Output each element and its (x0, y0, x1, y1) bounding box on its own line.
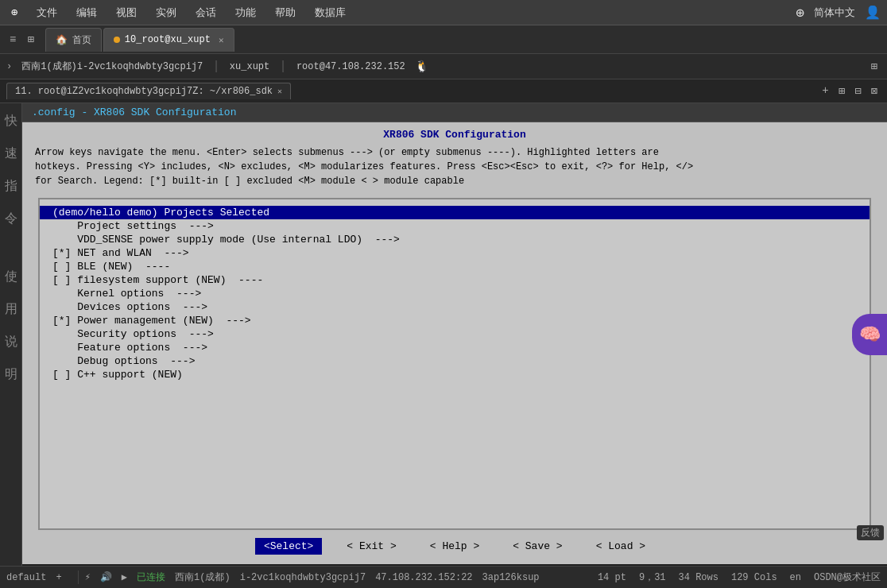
terminal-tab-bar: 11. root@iZ2vc1koqhdwbty3gcpij7Z: ~/xr80… (0, 79, 887, 103)
config-title: XR806 SDK Configuration (35, 129, 874, 141)
terminal-layout-btn[interactable]: ⊟ (851, 83, 864, 99)
session-bar: › 西南1(成都)i-2vc1koqhdwbty3gcpij7 | xu_xup… (0, 54, 887, 79)
session-ip[interactable]: root@47.108.232.152 (292, 60, 410, 74)
menu-instance[interactable]: 实例 (148, 4, 184, 21)
status-font-size: 14 pt (598, 572, 626, 583)
status-cols: 129 Cols (731, 572, 777, 583)
sidebar-icon-bottom[interactable]: 使 (3, 265, 19, 288)
tab-icon-grid[interactable]: ⊞ (24, 31, 37, 48)
menu-item-7[interactable]: Devices options ---> (40, 300, 870, 314)
tab-bar: ≡ ⊞ 🏠 首页 10_root@xu_xupt ✕ (0, 25, 887, 54)
menu-item-6[interactable]: Kernel options ---> (40, 287, 870, 300)
config-inner: XR806 SDK Configuration Arrow keys navig… (22, 122, 887, 564)
status-row-col: 9，31 (639, 571, 666, 584)
sidebar-icon-connect[interactable]: 速 (3, 142, 19, 165)
status-add-tab[interactable]: + (56, 572, 61, 583)
menu-item-3[interactable]: [*] NET and WLAN ---> (40, 246, 870, 260)
config-btn-1[interactable]: < Exit > (338, 538, 405, 555)
config-desc-line3: for Search. Legend: [*] built-in [ ] exc… (35, 174, 874, 188)
top-menubar: ⊕ 文件 编辑 视图 实例 会话 功能 帮助 数据库 ⊕ 简体中文 👤 (0, 0, 887, 25)
status-sound-icon: 🔊 (100, 571, 112, 583)
language-selector[interactable]: 简体中文 (814, 6, 855, 20)
status-right: 14 pt 9，31 34 Rows 129 Cols en OSDN@极术社区 (598, 571, 881, 584)
session-divider1: | (212, 60, 220, 74)
session-os-icon: 🐧 (415, 60, 428, 73)
add-icon[interactable]: ⊕ (796, 4, 804, 21)
status-tab-label: default (6, 572, 46, 583)
sidebar-icon-bottom3[interactable]: 说 (3, 331, 19, 354)
menu-item-8[interactable]: [*] Power management (NEW) ---> (40, 314, 870, 327)
config-content: XR806 SDK Configuration Arrow keys navig… (22, 122, 887, 564)
config-btn-2[interactable]: < Help > (421, 538, 488, 555)
tab-active-dot (114, 37, 120, 43)
menu-item-0[interactable]: (demo/hello demo) Projects Selected (40, 206, 870, 219)
tab-icons: ≡ ⊞ (6, 31, 37, 48)
terminal-area: .config - XR806 SDK Configuration XR806 … (22, 103, 887, 566)
terminal-add-btn[interactable]: + (819, 83, 831, 99)
status-ip: 47.108.232.152:22 (375, 572, 472, 583)
menu-item-4[interactable]: [ ] BLE (NEW) ---- (40, 260, 870, 273)
status-connected: 已连接 (137, 571, 165, 584)
status-arrow-icon: ▶ (122, 571, 127, 583)
config-desc-line1: Arrow keys navigate the menu. <Enter> se… (35, 145, 874, 160)
brain-panel[interactable]: 🧠 (852, 314, 887, 355)
menu-file[interactable]: 文件 (29, 4, 65, 21)
status-cmd-icon: ⚡ (85, 571, 91, 583)
terminal-tab-main[interactable]: 11. root@iZ2vc1koqhdwbty3gcpij7Z: ~/xr80… (6, 83, 291, 99)
brain-icon: 🧠 (859, 324, 881, 346)
menu-function[interactable]: 功能 (227, 4, 264, 21)
tab-home-icon: 🏠 (56, 34, 68, 46)
terminal-close-btn[interactable]: ⊠ (868, 83, 881, 99)
tab-session-close[interactable]: ✕ (219, 35, 224, 45)
sidebar-icon-menu[interactable]: 快 (3, 110, 19, 133)
config-btn-3[interactable]: < Save > (504, 538, 571, 555)
config-buttons: <Select>< Exit >< Help >< Save >< Load > (35, 530, 874, 558)
tab-icon-list[interactable]: ≡ (6, 32, 19, 48)
tab-session-label: 10_root@xu_xupt (125, 34, 211, 45)
terminal-tab-label: 11. root@iZ2vc1koqhdwbty3gcpij7Z: ~/xr80… (15, 86, 273, 97)
menu-session[interactable]: 会话 (188, 4, 224, 21)
menu-item-11[interactable]: Debug options ---> (40, 354, 870, 368)
session-host-group[interactable]: 西南1(成都)i-2vc1koqhdwbty3gcpij7 (17, 58, 207, 75)
config-header: .config - XR806 SDK Configuration (22, 103, 887, 122)
sidebar-icon-settings[interactable]: 指 (3, 175, 19, 198)
config-btn-4[interactable]: < Load > (587, 538, 654, 555)
session-layout-icon[interactable]: ⊞ (868, 58, 881, 75)
menu-item-10[interactable]: Feature options ---> (40, 341, 870, 354)
terminal-tab-close[interactable]: ✕ (277, 87, 282, 96)
status-host: i-2vc1koqhdwbty3gcpij7 (240, 572, 366, 583)
user-avatar[interactable]: 👤 (865, 5, 881, 21)
menu-view[interactable]: 视图 (108, 4, 145, 21)
menu-item-12[interactable]: [ ] C++ support (NEW) (40, 368, 870, 381)
status-community: OSDN@极术社区 (814, 571, 881, 584)
menu-item-1[interactable]: Project settings ---> (40, 219, 870, 233)
sidebar-icon-bottom2[interactable]: 用 (3, 298, 19, 321)
status-protocol: 3ap126ksup (482, 572, 540, 583)
tab-home[interactable]: 🏠 首页 (45, 28, 102, 52)
config-btn-0[interactable]: <Select> (255, 538, 322, 555)
menu-item-5[interactable]: [ ] filesystem support (NEW) ---- (40, 273, 870, 287)
menu-item-2[interactable]: VDD_SENSE power supply mode (Use interna… (40, 233, 870, 246)
sidebar-icon-bottom4[interactable]: 明 (3, 363, 19, 386)
tab-session[interactable]: 10_root@xu_xupt ✕ (103, 28, 234, 52)
status-session-location: 西南1(成都) (175, 571, 230, 584)
menu-help[interactable]: 帮助 (267, 4, 304, 21)
menu-edit[interactable]: 编辑 (68, 4, 105, 21)
sidebar-icon-info[interactable]: 令 (3, 207, 19, 230)
close-overlay[interactable]: 反馈 (857, 525, 884, 540)
terminal-split-btn[interactable]: ⊞ (835, 83, 848, 99)
menu-database[interactable]: 数据库 (307, 4, 354, 21)
menu-item-9[interactable]: Security options ---> (40, 327, 870, 341)
tab-home-label: 首页 (72, 33, 91, 47)
main-layout: 快 速 指 令 使 用 说 明 .config - XR806 SDK Conf… (0, 103, 887, 566)
status-rows: 34 Rows (679, 572, 719, 583)
session-arrow: › (6, 61, 12, 72)
status-bar: default + ⚡ 🔊 ▶ 已连接 西南1(成都) i-2vc1koqhdw… (0, 566, 887, 588)
config-description: Arrow keys navigate the menu. <Enter> se… (35, 145, 874, 188)
status-keyboard: en (790, 572, 801, 583)
session-user[interactable]: xu_xupt (225, 60, 274, 74)
config-desc-line2: hotkeys. Pressing <Y> includes, <N> excl… (35, 160, 874, 174)
status-tab-default[interactable]: default + (6, 572, 62, 583)
config-menu-box: (demo/hello demo) Projects Selected Proj… (38, 198, 871, 530)
sidebar: 快 速 指 令 使 用 说 明 (0, 103, 22, 566)
